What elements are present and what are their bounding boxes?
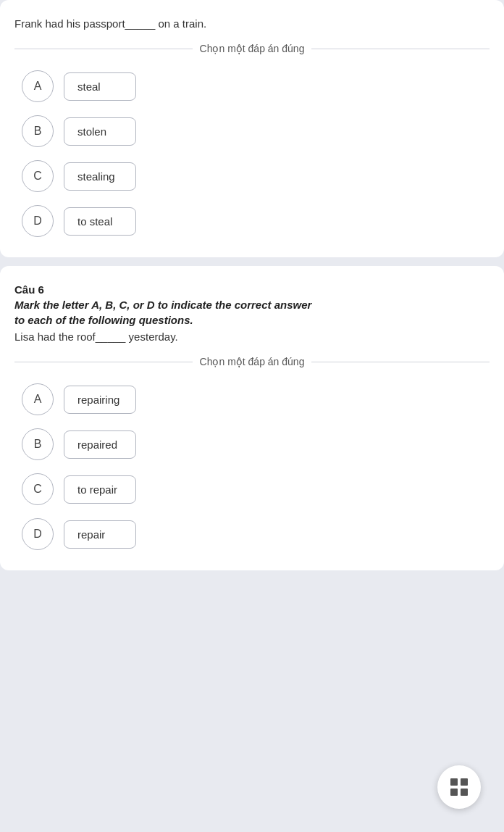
option-5a[interactable]: A steal <box>22 70 490 102</box>
fab-grid-button[interactable] <box>437 765 481 809</box>
question5-divider-text: Chọn một đáp án đúng <box>200 43 305 54</box>
option-5c[interactable]: C stealing <box>22 160 490 192</box>
option-5a-box: steal <box>64 72 136 101</box>
question6-card: Câu 6 Mark the letter A, B, C, or D to i… <box>0 266 504 570</box>
option-6d-circle: D <box>22 518 54 550</box>
option-5a-circle: A <box>22 70 54 102</box>
option-6a-circle: A <box>22 383 54 415</box>
option-5b-box: stolen <box>64 117 136 146</box>
option-6a[interactable]: A repairing <box>22 383 490 415</box>
question5-options: A steal B stolen C stealing D to steal <box>14 70 490 237</box>
option-5c-circle: C <box>22 160 54 192</box>
divider-line-right-6 <box>311 362 490 362</box>
option-5d-box: to steal <box>64 207 136 236</box>
option-5b-circle: B <box>22 115 54 147</box>
option-6b-circle: B <box>22 428 54 460</box>
question6-sentence: Lisa had the roof_____ yesterday. <box>14 330 490 343</box>
question6-header: Mark the letter A, B, C, or D to indicat… <box>14 299 490 326</box>
divider-line-right <box>311 49 490 49</box>
option-6c-box: to repair <box>64 475 136 504</box>
divider-line-left-6 <box>14 362 193 362</box>
question5-card: Frank had his passport_____ on a train. … <box>0 0 504 257</box>
question6-divider: Chọn một đáp án đúng <box>14 356 490 367</box>
option-6c[interactable]: C to repair <box>22 473 490 505</box>
question6-label: Câu 6 <box>14 283 490 296</box>
option-5d[interactable]: D to steal <box>22 205 490 237</box>
divider-line-left <box>14 49 193 49</box>
grid-icon <box>450 778 468 796</box>
option-6b[interactable]: B repaired <box>22 428 490 460</box>
option-6a-box: repairing <box>64 386 136 414</box>
question6-instruction-line1: Mark the letter A, B, C, or D to indicat… <box>14 299 490 311</box>
option-5d-circle: D <box>22 205 54 237</box>
option-6d-box: repair <box>64 520 136 549</box>
question6-instruction-line2: to each of the following questions. <box>14 314 490 326</box>
option-6d[interactable]: D repair <box>22 518 490 550</box>
question6-divider-text: Chọn một đáp án đúng <box>200 356 305 367</box>
option-6c-circle: C <box>22 473 54 505</box>
option-5c-box: stealing <box>64 162 136 191</box>
option-6b-box: repaired <box>64 430 136 459</box>
option-5b[interactable]: B stolen <box>22 115 490 147</box>
question5-sentence: Frank had his passport_____ on a train. <box>14 17 490 30</box>
question6-options: A repairing B repaired C to repair D rep… <box>14 383 490 550</box>
question5-divider: Chọn một đáp án đúng <box>14 43 490 54</box>
